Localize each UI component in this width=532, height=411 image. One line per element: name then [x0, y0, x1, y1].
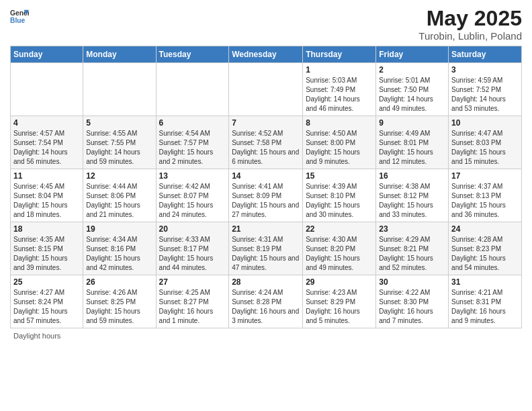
day-info: Sunrise: 4:25 AMSunset: 8:27 PMDaylight:… [159, 288, 226, 326]
calendar-cell: 17Sunrise: 4:37 AMSunset: 8:13 PMDayligh… [449, 169, 522, 222]
calendar-table: SundayMondayTuesdayWednesdayThursdayFrid… [10, 46, 522, 328]
calendar-week-5: 25Sunrise: 4:27 AMSunset: 8:24 PMDayligh… [11, 275, 522, 328]
day-info: Sunrise: 4:47 AMSunset: 8:03 PMDaylight:… [451, 129, 519, 167]
day-number: 25 [13, 277, 80, 287]
day-number: 16 [379, 171, 445, 181]
calendar-cell: 28Sunrise: 4:24 AMSunset: 8:28 PMDayligh… [229, 275, 303, 328]
calendar-cell: 25Sunrise: 4:27 AMSunset: 8:24 PMDayligh… [11, 275, 83, 328]
day-info: Sunrise: 4:45 AMSunset: 8:04 PMDaylight:… [13, 182, 80, 220]
day-info: Sunrise: 4:54 AMSunset: 7:57 PMDaylight:… [159, 129, 226, 167]
logo: General Blue [10, 7, 29, 26]
calendar-cell: 27Sunrise: 4:25 AMSunset: 8:27 PMDayligh… [156, 275, 229, 328]
day-info: Sunrise: 4:30 AMSunset: 8:20 PMDaylight:… [306, 235, 373, 273]
weekday-header-row: SundayMondayTuesdayWednesdayThursdayFrid… [11, 46, 522, 63]
calendar-cell: 3Sunrise: 4:59 AMSunset: 7:52 PMDaylight… [449, 63, 522, 116]
day-info: Sunrise: 4:57 AMSunset: 7:54 PMDaylight:… [13, 129, 80, 167]
day-info: Sunrise: 4:38 AMSunset: 8:12 PMDaylight:… [379, 182, 445, 220]
calendar-cell: 18Sunrise: 4:35 AMSunset: 8:15 PMDayligh… [11, 222, 83, 275]
day-info: Sunrise: 4:33 AMSunset: 8:17 PMDaylight:… [159, 235, 226, 273]
day-info: Sunrise: 4:41 AMSunset: 8:09 PMDaylight:… [232, 182, 300, 220]
day-info: Sunrise: 4:39 AMSunset: 8:10 PMDaylight:… [306, 182, 373, 220]
day-info: Sunrise: 4:52 AMSunset: 7:58 PMDaylight:… [232, 129, 300, 167]
day-info: Sunrise: 4:29 AMSunset: 8:21 PMDaylight:… [379, 235, 445, 273]
day-number: 2 [379, 65, 445, 75]
day-number: 31 [451, 277, 519, 287]
calendar-cell: 11Sunrise: 4:45 AMSunset: 8:04 PMDayligh… [11, 169, 83, 222]
calendar-cell: 20Sunrise: 4:33 AMSunset: 8:17 PMDayligh… [156, 222, 229, 275]
weekday-header-saturday: Saturday [449, 46, 522, 63]
calendar-cell [156, 63, 229, 116]
day-info: Sunrise: 4:28 AMSunset: 8:23 PMDaylight:… [451, 235, 519, 273]
day-number: 15 [306, 171, 373, 181]
calendar-cell: 4Sunrise: 4:57 AMSunset: 7:54 PMDaylight… [11, 116, 83, 169]
calendar-cell: 7Sunrise: 4:52 AMSunset: 7:58 PMDaylight… [229, 116, 303, 169]
day-info: Sunrise: 5:03 AMSunset: 7:49 PMDaylight:… [306, 76, 373, 113]
day-number: 11 [13, 171, 80, 181]
day-number: 22 [306, 224, 373, 234]
calendar-cell: 1Sunrise: 5:03 AMSunset: 7:49 PMDaylight… [303, 63, 376, 116]
day-number: 14 [232, 171, 300, 181]
day-info: Sunrise: 4:26 AMSunset: 8:25 PMDaylight:… [86, 288, 152, 326]
day-number: 13 [159, 171, 226, 181]
day-info: Sunrise: 4:35 AMSunset: 8:15 PMDaylight:… [13, 235, 80, 273]
calendar-week-3: 11Sunrise: 4:45 AMSunset: 8:04 PMDayligh… [11, 169, 522, 222]
day-number: 5 [86, 118, 152, 128]
calendar-cell: 30Sunrise: 4:22 AMSunset: 8:30 PMDayligh… [376, 275, 449, 328]
calendar-cell: 22Sunrise: 4:30 AMSunset: 8:20 PMDayligh… [303, 222, 376, 275]
calendar-cell: 9Sunrise: 4:49 AMSunset: 8:01 PMDaylight… [376, 116, 449, 169]
calendar-cell [229, 63, 303, 116]
footer-note: Daylight hours [10, 332, 522, 340]
calendar-cell: 12Sunrise: 4:44 AMSunset: 8:06 PMDayligh… [83, 169, 156, 222]
day-number: 29 [306, 277, 373, 287]
day-info: Sunrise: 4:49 AMSunset: 8:01 PMDaylight:… [379, 129, 445, 167]
page: General Blue May 2025 Turobin, Lublin, P… [0, 0, 532, 411]
calendar-week-1: 1Sunrise: 5:03 AMSunset: 7:49 PMDaylight… [11, 63, 522, 116]
day-info: Sunrise: 4:44 AMSunset: 8:06 PMDaylight:… [86, 182, 152, 220]
day-number: 23 [379, 224, 445, 234]
day-info: Sunrise: 4:59 AMSunset: 7:52 PMDaylight:… [451, 76, 519, 113]
day-info: Sunrise: 4:22 AMSunset: 8:30 PMDaylight:… [379, 288, 445, 326]
day-number: 30 [379, 277, 445, 287]
calendar-cell: 31Sunrise: 4:21 AMSunset: 8:31 PMDayligh… [449, 275, 522, 328]
calendar-week-4: 18Sunrise: 4:35 AMSunset: 8:15 PMDayligh… [11, 222, 522, 275]
day-number: 27 [159, 277, 226, 287]
day-number: 1 [306, 65, 373, 75]
calendar-cell [83, 63, 156, 116]
day-info: Sunrise: 4:42 AMSunset: 8:07 PMDaylight:… [159, 182, 226, 220]
day-number: 20 [159, 224, 226, 234]
calendar-cell: 26Sunrise: 4:26 AMSunset: 8:25 PMDayligh… [83, 275, 156, 328]
day-info: Sunrise: 4:50 AMSunset: 8:00 PMDaylight:… [306, 129, 373, 167]
weekday-header-thursday: Thursday [303, 46, 376, 63]
logo-icon: General Blue [10, 7, 29, 26]
day-number: 21 [232, 224, 300, 234]
day-number: 18 [13, 224, 80, 234]
day-info: Sunrise: 5:01 AMSunset: 7:50 PMDaylight:… [379, 76, 445, 113]
svg-text:Blue: Blue [10, 17, 26, 24]
day-number: 28 [232, 277, 300, 287]
calendar-cell: 13Sunrise: 4:42 AMSunset: 8:07 PMDayligh… [156, 169, 229, 222]
title-month: May 2025 [418, 7, 522, 30]
day-info: Sunrise: 4:27 AMSunset: 8:24 PMDaylight:… [13, 288, 80, 326]
calendar-cell: 2Sunrise: 5:01 AMSunset: 7:50 PMDaylight… [376, 63, 449, 116]
day-number: 17 [451, 171, 519, 181]
day-number: 9 [379, 118, 445, 128]
weekday-header-tuesday: Tuesday [156, 46, 229, 63]
title-block: May 2025 Turobin, Lublin, Poland [418, 7, 522, 42]
day-number: 26 [86, 277, 152, 287]
day-info: Sunrise: 4:37 AMSunset: 8:13 PMDaylight:… [451, 182, 519, 220]
calendar-cell: 8Sunrise: 4:50 AMSunset: 8:00 PMDaylight… [303, 116, 376, 169]
title-location: Turobin, Lublin, Poland [418, 30, 522, 42]
day-number: 8 [306, 118, 373, 128]
day-info: Sunrise: 4:23 AMSunset: 8:29 PMDaylight:… [306, 288, 373, 326]
calendar-cell: 10Sunrise: 4:47 AMSunset: 8:03 PMDayligh… [449, 116, 522, 169]
calendar-cell: 14Sunrise: 4:41 AMSunset: 8:09 PMDayligh… [229, 169, 303, 222]
calendar-cell: 5Sunrise: 4:55 AMSunset: 7:55 PMDaylight… [83, 116, 156, 169]
calendar-cell: 23Sunrise: 4:29 AMSunset: 8:21 PMDayligh… [376, 222, 449, 275]
calendar-cell: 24Sunrise: 4:28 AMSunset: 8:23 PMDayligh… [449, 222, 522, 275]
day-number: 24 [451, 224, 519, 234]
calendar-cell: 21Sunrise: 4:31 AMSunset: 8:19 PMDayligh… [229, 222, 303, 275]
day-number: 4 [13, 118, 80, 128]
calendar-week-2: 4Sunrise: 4:57 AMSunset: 7:54 PMDaylight… [11, 116, 522, 169]
day-number: 7 [232, 118, 300, 128]
calendar-cell: 29Sunrise: 4:23 AMSunset: 8:29 PMDayligh… [303, 275, 376, 328]
